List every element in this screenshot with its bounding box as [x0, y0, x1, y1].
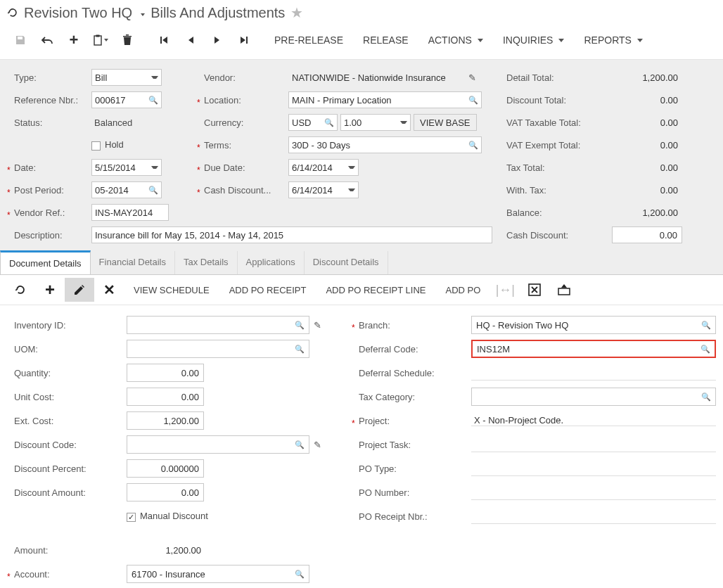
cashdiscount-input[interactable]: 0.00 [612, 226, 682, 243]
detail-form: Inventory ID: 🔍 ✎ UOM: 🔍 Quantity: 0.00 … [0, 305, 723, 588]
disccode-input[interactable]: 🔍 [127, 435, 309, 454]
taxcat-input[interactable]: 🔍 [471, 388, 716, 406]
lookup-icon[interactable]: 🔍 [146, 96, 158, 105]
lookup-icon[interactable]: 🔍 [146, 186, 158, 195]
lookup-icon[interactable]: 🔍 [466, 96, 478, 105]
company-title[interactable]: Revision Two HQ [24, 5, 132, 21]
star-icon[interactable]: ★ [290, 4, 303, 21]
ponum-value [471, 485, 716, 500]
chevron-down-icon [151, 166, 158, 169]
add-po-button[interactable]: ADD PO [436, 279, 491, 301]
vendor-label: Vendor: [197, 72, 288, 83]
view-base-button[interactable]: VIEW BASE [414, 114, 477, 131]
ref-input[interactable]: 000617🔍 [91, 91, 162, 108]
view-schedule-button[interactable]: VIEW SCHEDULE [124, 279, 219, 301]
desc-label: Description: [7, 230, 91, 241]
chevron-down-icon [348, 188, 355, 191]
date-input[interactable]: 5/15/2014 [91, 159, 162, 176]
lookup-icon[interactable]: 🔍 [698, 321, 711, 330]
release-button[interactable]: RELEASE [353, 30, 418, 50]
grid-delete-icon[interactable]: ✕ [94, 278, 124, 302]
description-input[interactable]: Insurance bill for May 15, 2014 - May 14… [91, 226, 492, 243]
export-excel-icon[interactable] [520, 278, 549, 302]
edit-icon[interactable]: ✎ [314, 440, 321, 450]
edit-icon[interactable]: ✎ [314, 320, 321, 331]
prerelease-button[interactable]: PRE-RELEASE [264, 30, 353, 50]
defcode-label: Deferral Code: [352, 344, 471, 354]
account-input[interactable]: 61700 - Insurance🔍 [127, 565, 309, 583]
lookup-icon[interactable]: 🔍 [292, 345, 305, 354]
main-toolbar: + PRE-RELEASE RELEASE ACTIONS INQUIRIES … [0, 28, 723, 60]
status-label: Status: [7, 117, 91, 128]
inventory-input[interactable]: 🔍 [127, 316, 309, 334]
extcost-input[interactable]: 1,200.00 [127, 411, 204, 430]
location-input[interactable]: MAIN - Primary Location🔍 [288, 91, 482, 108]
post-label: Post Period: [7, 185, 91, 196]
discamt-input[interactable]: 0.00 [127, 483, 204, 501]
undo-icon[interactable] [34, 30, 60, 51]
grid-edit-icon[interactable] [65, 278, 94, 302]
qty-input[interactable]: 0.00 [127, 364, 204, 382]
balance-value: 1,200.00 [612, 207, 682, 218]
grid-refresh-icon[interactable] [6, 278, 35, 302]
upload-icon[interactable] [549, 278, 579, 302]
tab-tax-details[interactable]: Tax Details [175, 251, 238, 274]
add-po-receipt-button[interactable]: ADD PO RECEIPT [219, 279, 316, 301]
type-label: Type: [7, 72, 91, 83]
branch-input[interactable]: HQ - Revision Two HQ🔍 [471, 316, 716, 334]
cashdiscount-label: Cash Discount: [499, 230, 612, 241]
edit-icon[interactable]: ✎ [468, 72, 476, 83]
terms-input[interactable]: 30D - 30 Days🔍 [288, 136, 482, 153]
nav-next-icon[interactable] [204, 30, 231, 51]
breadcrumb-sep-icon [138, 7, 145, 18]
tab-discount-details[interactable]: Discount Details [305, 251, 388, 274]
due-input[interactable]: 6/14/2014 [288, 159, 359, 176]
save-icon[interactable] [7, 30, 34, 51]
refresh-icon[interactable] [7, 7, 18, 18]
lookup-icon[interactable]: 🔍 [698, 392, 711, 402]
inquiries-menu[interactable]: INQUIRIES [493, 30, 575, 50]
actions-menu[interactable]: ACTIONS [418, 30, 493, 50]
tab-applications[interactable]: Applications [238, 251, 305, 274]
uom-input[interactable]: 🔍 [127, 340, 309, 358]
add-icon[interactable]: + [60, 30, 87, 51]
lookup-icon[interactable]: 🔍 [698, 345, 710, 354]
withtax-value: 0.00 [612, 185, 682, 196]
tab-document-details[interactable]: Document Details [0, 250, 91, 274]
type-select[interactable]: Bill [91, 69, 162, 86]
lookup-icon[interactable]: 🔍 [292, 570, 305, 579]
grid-add-icon[interactable]: + [35, 278, 65, 302]
reports-menu[interactable]: REPORTS [574, 30, 652, 50]
defcode-input[interactable]: INS12M🔍 [471, 340, 716, 358]
cashdisc-input[interactable]: 6/14/2014 [288, 181, 359, 198]
vendref-input[interactable]: INS-MAY2014 [91, 204, 169, 221]
currency-input[interactable]: USD🔍 [288, 114, 338, 131]
discpct-input[interactable]: 0.000000 [127, 459, 204, 478]
manual-discount-checkbox[interactable]: Manual Discount [127, 511, 208, 521]
ptask-label: Project Task: [352, 440, 471, 450]
detail-total-value: 1,200.00 [612, 72, 682, 83]
hold-checkbox[interactable]: Hold [91, 139, 124, 150]
lookup-icon[interactable]: 🔍 [466, 141, 478, 150]
defsched-label: Deferral Schedule: [352, 368, 471, 378]
lookup-icon[interactable]: 🔍 [321, 118, 334, 127]
nav-last-icon[interactable] [231, 30, 257, 51]
fit-columns-icon[interactable]: |↔| [490, 278, 520, 302]
tab-financial-details[interactable]: Financial Details [91, 251, 175, 274]
vattax-label: VAT Taxable Total: [499, 117, 612, 128]
nav-prev-icon[interactable] [177, 30, 204, 51]
lookup-icon[interactable]: 🔍 [292, 321, 305, 330]
porcpt-value [471, 509, 716, 524]
nav-first-icon[interactable] [151, 30, 177, 51]
unitcost-input[interactable]: 0.00 [127, 388, 204, 406]
add-po-receipt-line-button[interactable]: ADD PO RECEIPT LINE [316, 279, 435, 301]
clipboard-icon[interactable] [87, 30, 114, 51]
currency-rate-input[interactable]: 1.00 [340, 114, 411, 131]
porcpt-label: PO Receipt Nbr.: [352, 511, 471, 522]
status-value: Balanced [91, 117, 132, 128]
inventory-label: Inventory ID: [7, 320, 127, 331]
post-input[interactable]: 05-2014🔍 [91, 181, 162, 198]
lookup-icon[interactable]: 🔍 [292, 440, 305, 449]
balance-label: Balance: [499, 207, 612, 218]
delete-icon[interactable] [114, 30, 141, 51]
